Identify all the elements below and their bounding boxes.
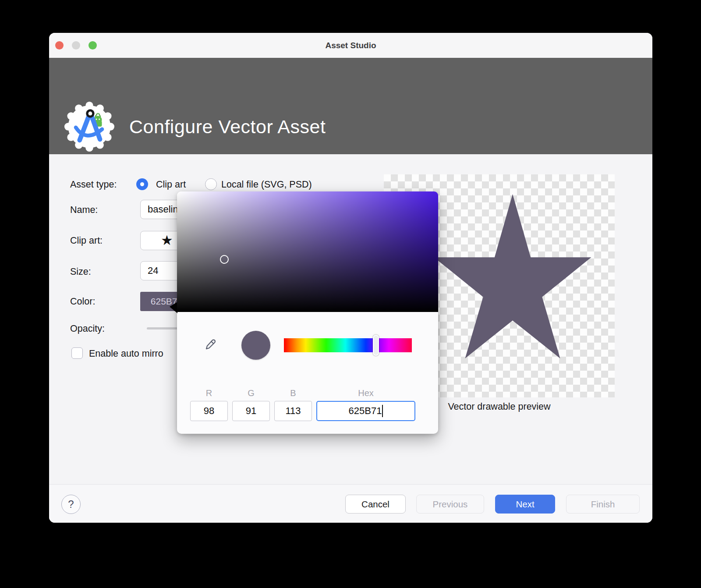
saturation-brightness-handle[interactable]	[220, 255, 229, 264]
hue-slider[interactable]	[284, 338, 412, 352]
color-picker-popup: R G B Hex 625B71	[177, 191, 438, 434]
asset-type-label: Asset type:	[70, 179, 117, 190]
text-cursor	[382, 405, 383, 417]
radio-local-file-label: Local file (SVG, PSD)	[221, 179, 312, 190]
window-title: Asset Studio	[49, 33, 652, 58]
auto-mirror-label: Enable auto mirro	[89, 348, 163, 359]
auto-mirror-checkbox[interactable]	[71, 347, 83, 359]
star-preview-shape	[431, 194, 595, 375]
radio-clip-art[interactable]	[136, 178, 148, 190]
eyedropper-icon[interactable]	[203, 338, 218, 353]
saturation-brightness-picker[interactable]	[177, 191, 438, 312]
asset-studio-window: Asset Studio	[49, 33, 652, 523]
help-button[interactable]: ?	[61, 495, 81, 514]
dialog-footer: ? Cancel Previous Next Finish	[49, 484, 652, 523]
page-title: Configure Vector Asset	[129, 116, 326, 138]
clip-art-label: Clip art:	[70, 235, 103, 246]
blue-label: B	[274, 388, 312, 398]
name-label: Name:	[70, 205, 98, 216]
color-label: Color:	[70, 296, 95, 307]
hex-label: Hex	[316, 388, 415, 398]
next-button[interactable]: Next	[495, 495, 555, 514]
green-input[interactable]	[232, 401, 270, 421]
current-color-circle	[241, 331, 270, 360]
wizard-header: Configure Vector Asset	[49, 58, 652, 154]
title-bar: Asset Studio	[49, 33, 652, 58]
popup-callout-arrow	[170, 302, 177, 313]
red-label: R	[190, 388, 228, 398]
android-studio-logo-icon	[64, 101, 115, 152]
star-icon: ★	[161, 232, 173, 248]
opacity-label: Opacity:	[70, 323, 105, 334]
screen-background: Asset Studio	[0, 0, 701, 588]
green-label: G	[232, 388, 270, 398]
cancel-button[interactable]: Cancel	[345, 495, 406, 514]
radio-clip-art-label: Clip art	[156, 179, 186, 190]
hex-value: 625B71	[349, 405, 382, 417]
hue-slider-thumb[interactable]	[373, 335, 379, 356]
size-label: Size:	[70, 266, 91, 277]
previous-button: Previous	[416, 495, 484, 514]
radio-local-file[interactable]	[205, 178, 217, 190]
red-input[interactable]	[190, 401, 228, 421]
blue-input[interactable]	[274, 401, 312, 421]
finish-button: Finish	[566, 495, 640, 514]
hex-input[interactable]: 625B71	[316, 401, 415, 421]
